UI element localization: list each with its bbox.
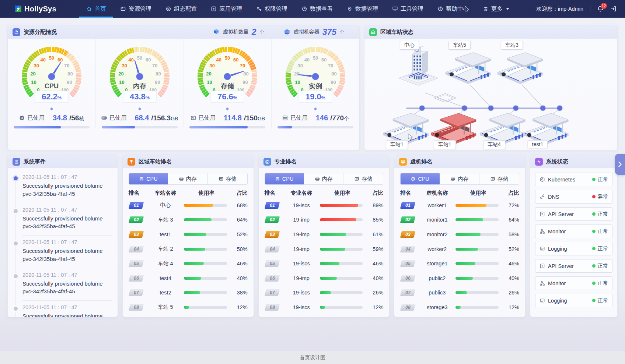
ranking-row: 07 19-iscs 26%: [259, 286, 390, 300]
rank-badge: 06: [129, 275, 144, 282]
ranking-row: 06 19-imp 40%: [259, 271, 390, 286]
ranking-panel-2: 专业排名 CPU内存存储 排名 专业名称 使用率 占比 01 19-iscs 8…: [258, 155, 390, 317]
usage-bar: [455, 291, 499, 294]
rank-name: 19-imp: [285, 217, 318, 223]
svg-text:80: 80: [156, 71, 161, 77]
logo: HollySys: [15, 5, 56, 13]
rank-badge: 04: [129, 246, 144, 252]
svg-text:70: 70: [152, 63, 157, 68]
vm-count-label: 虚拟机数量: [223, 29, 249, 35]
tools-icon: [392, 6, 398, 12]
gauge-divider: [284, 108, 347, 110]
usage-bar: [455, 204, 499, 207]
nav-item-6[interactable]: 数据查看: [294, 0, 340, 18]
rank-name: public3: [421, 290, 453, 296]
rank-badge: 03: [400, 231, 415, 238]
event-time: 2020-11-05 11 : 07 : 47: [22, 304, 112, 310]
metric-tabs: CPU内存存储: [400, 173, 519, 185]
status-name: Logging: [548, 246, 567, 252]
memory-icon: [101, 115, 107, 121]
rank-badge: 06: [264, 275, 279, 282]
resource-panel-header: 资源分配情况 虚拟机数量 2 个 虚拟机容器 375 个: [8, 25, 359, 39]
svg-text:60: 60: [57, 57, 63, 63]
share-percent: 58%: [503, 232, 519, 237]
tab-memory[interactable]: 内存: [439, 173, 479, 184]
nav-item-2[interactable]: 资源管理: [113, 0, 158, 18]
status-name: API Server: [548, 263, 574, 269]
notifications-button[interactable]: 12: [597, 6, 604, 12]
station-label-bottom-3: 车站4: [483, 140, 505, 149]
tab-storage[interactable]: 存储: [207, 173, 247, 184]
vm-screen-icon: [399, 158, 407, 166]
share-percent: 40%: [231, 275, 248, 281]
usage-bar: [455, 218, 499, 221]
ranking-row: 02 monitor1 64%: [394, 213, 525, 227]
svg-text:80: 80: [244, 71, 249, 77]
usage-bar: [184, 204, 227, 207]
table-rows: 01 worker1 72% 02 monitor1 64% 03 monito…: [394, 198, 525, 315]
expand-arrow-button[interactable]: [615, 154, 625, 175]
ranking-panel-header: 区域车站排名: [123, 155, 254, 168]
grade-icon: [263, 158, 271, 166]
nav-item-9[interactable]: 帮助中心: [430, 0, 476, 18]
svg-text:60: 60: [233, 57, 238, 63]
nav-item-8[interactable]: 工具管理: [385, 0, 430, 18]
rank-badge: 01: [264, 202, 279, 209]
ranking-row: 05 车站 4 46%: [123, 256, 254, 271]
tab-memory[interactable]: 内存: [168, 173, 207, 184]
tab-cpu[interactable]: CPU: [129, 173, 168, 185]
nav-item-5[interactable]: 权限管理: [249, 0, 294, 18]
tab-cpu[interactable]: CPU: [400, 173, 440, 185]
ranking-row: 03 test1 52%: [123, 227, 254, 242]
ranking-row: 05 19-iscs 46%: [259, 256, 390, 271]
svg-text:80: 80: [331, 71, 336, 77]
status-text: 正常: [598, 263, 608, 269]
share-percent: 40%: [503, 275, 519, 281]
status-text: 正常: [598, 245, 608, 252]
dashboard-screen: HollySys 首页资源管理组态配置应用管理权限管理数据查看数据管理工具管理帮…: [0, 0, 625, 364]
events-panel-header: 系统事件: [8, 155, 118, 168]
svg-text:90: 90: [331, 79, 336, 85]
tab-storage[interactable]: 存储: [343, 173, 383, 184]
nav-item-7[interactable]: 数据管理: [340, 0, 385, 18]
rank-badge: 04: [400, 246, 415, 252]
nav-item-10[interactable]: 更多: [476, 0, 516, 18]
vm-count-unit: 个: [259, 29, 264, 35]
ranking-row: 01 worker1 72%: [394, 198, 525, 213]
resource-allocation-panel: 资源分配情况 虚拟机数量 2 个 虚拟机容器 375 个: [7, 25, 360, 150]
share-percent: 52%: [503, 246, 519, 252]
svg-text:40: 40: [128, 57, 133, 63]
storage-icon: [190, 115, 196, 121]
station-label-bottom-2: 车站1: [434, 140, 456, 149]
rank-badge: 08: [400, 304, 415, 311]
rank-badge: 03: [129, 231, 144, 238]
gauge-used-row: 已使用114.8/150GB: [184, 114, 272, 122]
nav-item-3[interactable]: 组态配置: [158, 0, 204, 18]
rank-name: 车站 2: [149, 245, 182, 252]
memory-icon: [450, 176, 455, 181]
tab-cpu[interactable]: CPU: [265, 173, 304, 185]
usage-bar: [320, 248, 363, 251]
ranking-row: 04 worker2 52%: [394, 242, 525, 257]
nav-item-4[interactable]: 应用管理: [204, 0, 249, 18]
nav-item-1[interactable]: 首页: [79, 0, 113, 18]
home-icon: [86, 6, 92, 12]
share-percent: 26%: [367, 290, 383, 296]
rank-name: 19-imp: [285, 246, 318, 252]
usage-bar: [455, 306, 499, 309]
status-dot: [592, 195, 596, 198]
tab-memory[interactable]: 内存: [304, 173, 343, 184]
kubernetes-icon: [540, 177, 545, 182]
rank-badge: 04: [264, 246, 279, 252]
share-percent: 64%: [231, 217, 248, 223]
usage-bar: [184, 218, 227, 221]
gauge-progress-bar: [102, 126, 178, 128]
logout-button[interactable]: [610, 6, 617, 12]
svg-text:实例: 实例: [309, 82, 322, 90]
share-percent: 46%: [367, 261, 383, 266]
logging-icon: [540, 298, 545, 303]
tab-storage[interactable]: 存储: [479, 173, 519, 184]
svg-text:内存: 内存: [133, 82, 146, 90]
table-header: 排名 车站名称 使用率 占比: [123, 190, 254, 197]
rank-name: storage3: [421, 304, 453, 310]
